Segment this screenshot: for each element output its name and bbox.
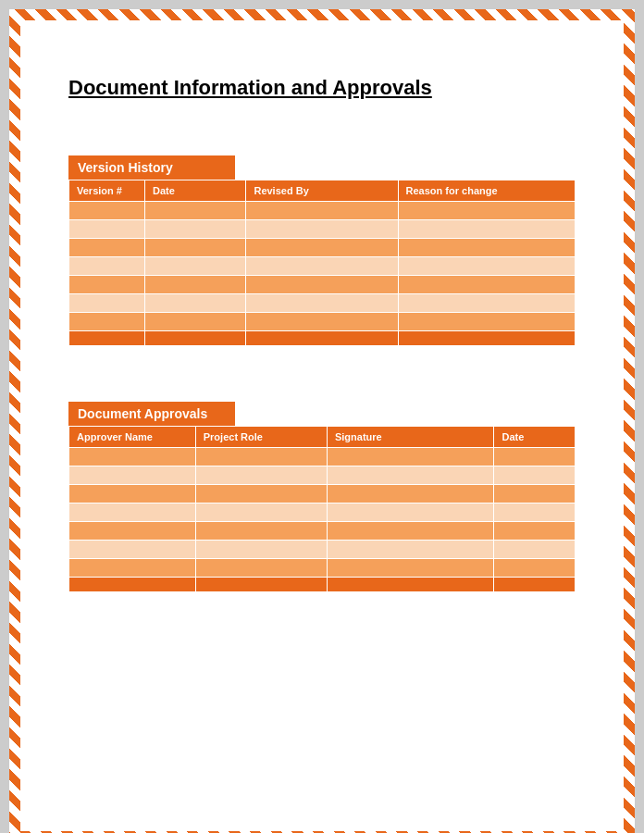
table-row [69,294,576,313]
document-approvals-header: Document Approvals [68,402,235,426]
table-row [69,559,576,578]
table-row [69,202,576,220]
table-row [69,466,576,485]
col-header-date2: Date [494,427,576,448]
col-header-version: Version # [69,180,145,202]
version-history-section: Version History Version # Date Revised B… [68,155,576,346]
col-header-role: Project Role [195,427,327,448]
col-header-approver: Approver Name [69,427,196,448]
document-approvals-section: Document Approvals Approver Name Project… [68,402,576,592]
col-header-date: Date [145,180,246,202]
table-row [69,313,576,331]
version-history-table: Version # Date Revised By Reason for cha… [68,180,576,346]
table-row [69,541,576,559]
col-header-reason: Reason for change [398,180,575,202]
table-row [69,331,576,346]
col-header-revised: Revised By [246,180,398,202]
approvals-table: Approver Name Project Role Signature Dat… [68,426,576,592]
table-row [69,504,576,522]
table-row [69,448,576,466]
table-row [69,239,576,257]
table-row [69,522,576,541]
col-header-signature: Signature [327,427,494,448]
table-row [69,257,576,276]
table-row [69,485,576,504]
table-row [69,220,576,239]
page: Document Information and Approvals Versi… [9,9,635,833]
table-row [69,276,576,294]
document-title: Document Information and Approvals [68,76,576,100]
table-row [69,578,576,592]
version-history-header: Version History [68,155,235,180]
